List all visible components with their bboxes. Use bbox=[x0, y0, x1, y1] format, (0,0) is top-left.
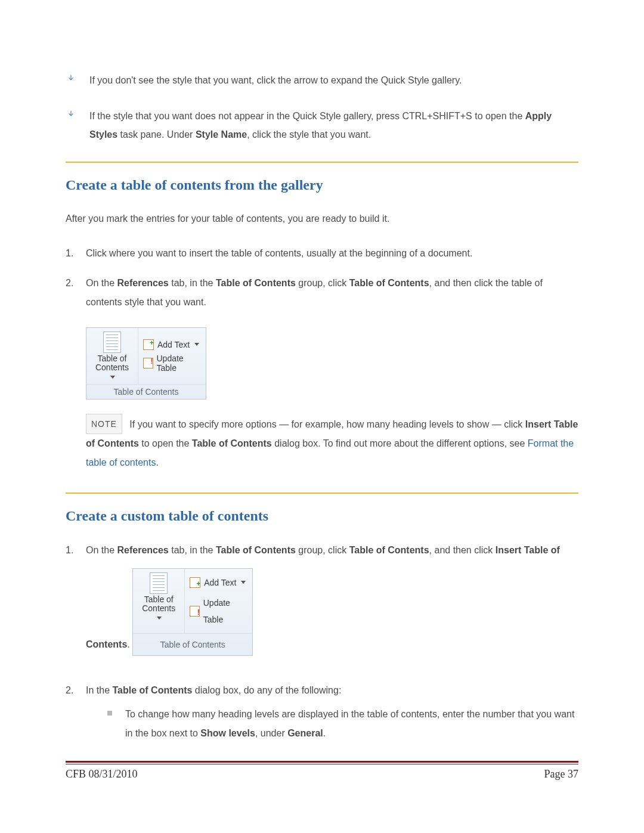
tip-text: If the style that you want does not appe… bbox=[89, 111, 552, 139]
footer-left: CFB 08/31/2010 bbox=[66, 768, 138, 781]
add-text-button[interactable]: Add Text bbox=[142, 337, 202, 352]
ribbon-toc-group: Table of Contents Add Text Update Table … bbox=[86, 327, 206, 400]
text-run: , under bbox=[255, 728, 287, 738]
update-table-icon bbox=[190, 606, 200, 617]
step-text: On the References tab, in the Table of C… bbox=[86, 278, 543, 307]
update-table-button[interactable]: Update Table bbox=[188, 593, 249, 630]
step-text: Click where you want to insert the table… bbox=[86, 248, 472, 258]
text-run: group, click bbox=[296, 545, 349, 555]
text-bold: Table of Contents bbox=[216, 545, 296, 555]
text-bold: General bbox=[287, 728, 323, 738]
section-divider bbox=[66, 493, 578, 494]
footer-rule bbox=[66, 761, 578, 764]
section-heading: Create a custom table of contents bbox=[66, 508, 578, 524]
update-table-button[interactable]: Update Table bbox=[142, 352, 202, 374]
text-run: to open the bbox=[139, 438, 192, 448]
footer-right: Page 37 bbox=[544, 768, 579, 781]
ribbon-group-label: Table of Contents bbox=[86, 384, 206, 399]
text-run: If the style that you want does not appe… bbox=[89, 111, 525, 121]
text-run: , click the style that you want. bbox=[247, 129, 371, 140]
sub-bullet-item: To change how many heading levels are di… bbox=[107, 705, 578, 743]
steps-list: On the References tab, in the Table of C… bbox=[66, 541, 578, 743]
text-run: On the bbox=[86, 545, 117, 555]
section-divider bbox=[66, 162, 578, 163]
text-bold: References bbox=[117, 278, 168, 288]
update-table-label: Update Table bbox=[203, 594, 248, 628]
text-bold: Table of Contents bbox=[192, 438, 272, 448]
text-run: dialog box. To find out more about the d… bbox=[272, 438, 528, 448]
chevron-down-icon bbox=[157, 617, 162, 620]
page-footer: CFB 08/31/2010 Page 37 bbox=[66, 768, 578, 781]
text-run: , and then click bbox=[429, 545, 496, 555]
text-run: In the bbox=[86, 685, 112, 695]
add-text-label: Add Text bbox=[204, 574, 236, 591]
text-run: . bbox=[156, 457, 158, 467]
update-table-label: Update Table bbox=[157, 354, 202, 373]
text-bold: Table of Contents bbox=[112, 685, 192, 695]
add-text-icon bbox=[143, 339, 154, 350]
text-run: . bbox=[323, 728, 326, 738]
text-bold: Table of Contents bbox=[349, 278, 429, 288]
step-text: In the Table of Contents dialog box, do … bbox=[86, 685, 341, 695]
add-text-button[interactable]: Add Text bbox=[188, 572, 249, 593]
ribbon-toc-group: Table of Contents Add Text Update Table bbox=[132, 568, 253, 656]
text-bold: Show levels bbox=[200, 728, 255, 738]
tip-item: If you don't see the style that you want… bbox=[66, 72, 578, 89]
steps-list: Click where you want to insert the table… bbox=[66, 244, 578, 312]
update-table-icon bbox=[143, 358, 153, 368]
toc-button-label: Table of Contents bbox=[135, 595, 182, 614]
step-item: Click where you want to insert the table… bbox=[66, 244, 578, 263]
note-paragraph: NOTE If you want to specify more options… bbox=[86, 414, 578, 472]
toc-icon bbox=[103, 332, 121, 353]
sub-bullet-list: To change how many heading levels are di… bbox=[86, 705, 578, 743]
text-bold: Table of Contents bbox=[216, 278, 296, 288]
add-text-label: Add Text bbox=[157, 340, 190, 349]
text-run: task pane. Under bbox=[117, 129, 196, 140]
chevron-down-icon bbox=[110, 376, 115, 379]
down-arrow-icon bbox=[67, 110, 75, 118]
toc-icon bbox=[150, 572, 168, 594]
step-item: In the Table of Contents dialog box, do … bbox=[66, 681, 578, 743]
text-run: tab, in the bbox=[169, 545, 216, 555]
toc-dropdown-button[interactable]: Table of Contents bbox=[86, 328, 138, 384]
section-heading: Create a table of contents from the gall… bbox=[66, 177, 578, 193]
chevron-down-icon bbox=[194, 343, 199, 346]
text-run: tab, in the bbox=[169, 278, 216, 288]
text-bold: References bbox=[117, 545, 168, 555]
text-bold: Style Name bbox=[196, 129, 247, 140]
down-arrow-icon bbox=[67, 74, 75, 82]
text-run: dialog box, do any of the following: bbox=[192, 685, 341, 695]
tip-list: If you don't see the style that you want… bbox=[66, 72, 578, 144]
text-bold: Table of Contents bbox=[349, 545, 429, 555]
tip-item: If the style that you want does not appe… bbox=[66, 107, 578, 144]
text-run: To change how many heading levels are di… bbox=[125, 709, 574, 738]
toc-button-label: Table of Contents bbox=[89, 354, 135, 373]
intro-paragraph: After you mark the entries for your tabl… bbox=[66, 210, 578, 228]
tip-text: If you don't see the style that you want… bbox=[89, 75, 462, 85]
step-item: On the References tab, in the Table of C… bbox=[66, 274, 578, 312]
text-run: . bbox=[127, 639, 129, 649]
note-badge: NOTE bbox=[86, 414, 122, 434]
text-run: group, click bbox=[296, 278, 349, 288]
text-run: On the bbox=[86, 278, 117, 288]
step-item: On the References tab, in the Table of C… bbox=[66, 541, 578, 670]
toc-dropdown-button[interactable]: Table of Contents bbox=[133, 569, 185, 633]
text-run: If you want to specify more options — fo… bbox=[129, 419, 525, 429]
chevron-down-icon bbox=[241, 581, 246, 584]
add-text-icon bbox=[190, 577, 200, 588]
ribbon-group-label: Table of Contents bbox=[133, 633, 252, 655]
